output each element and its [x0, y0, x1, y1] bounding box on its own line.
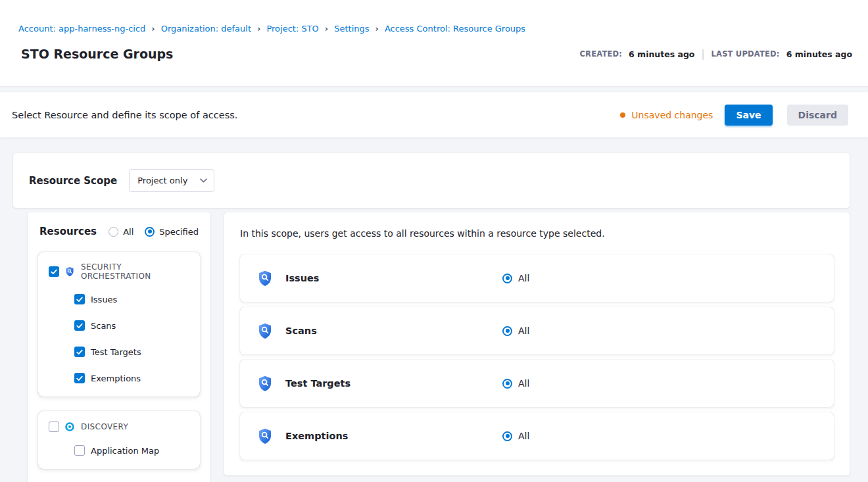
access-scope-option[interactable]: All [502, 273, 529, 283]
access-panel-description: In this scope, users get access to all r… [240, 228, 834, 239]
resource-scope-dropdown[interactable]: Project only [129, 169, 214, 192]
access-panel: In this scope, users get access to all r… [224, 212, 850, 475]
content-area: Resource Scope Project only Resources Al… [0, 137, 868, 482]
radio-option-all-label: All [123, 227, 133, 237]
resource-scope-title: Resource Scope [29, 175, 117, 187]
breadcrumb-settings[interactable]: Settings [334, 24, 369, 34]
chevron-right-icon: › [257, 24, 260, 34]
created-value: 6 minutes ago [629, 49, 694, 59]
access-scope-option[interactable]: All [502, 378, 529, 389]
radio-option-specified[interactable]: Specified [145, 227, 199, 237]
chevron-right-icon: › [325, 24, 328, 34]
resource-item-label: Scans [91, 321, 116, 331]
unsaved-changes-indicator: Unsaved changes [620, 110, 713, 120]
access-row-scans: Scans All [240, 307, 834, 354]
access-row-label: Exemptions [285, 431, 502, 441]
access-row-label: Issues [285, 273, 502, 283]
chevron-right-icon: › [375, 24, 379, 34]
meta-divider: | [701, 48, 704, 60]
radio-icon[interactable] [502, 379, 512, 389]
resource-item-test-targets: Test Targets [47, 339, 191, 365]
resource-item-issues: Issues [47, 286, 191, 312]
resource-scope-card: Resource Scope Project only [13, 153, 850, 208]
breadcrumb-resource-groups[interactable]: Access Control: Resource Groups [385, 24, 525, 34]
chevron-right-icon: › [151, 24, 155, 34]
radio-icon[interactable] [502, 326, 512, 336]
resources-title: Resources [39, 226, 97, 237]
scans-checkbox[interactable] [74, 320, 85, 331]
unsaved-dot-icon [620, 112, 625, 118]
breadcrumb: Account: app-harness-ng-cicd › Organizat… [18, 24, 852, 34]
resource-scope-dropdown-value: Project only [137, 176, 187, 185]
resource-group-discovery: DISCOVERY Application Map [38, 411, 200, 469]
discovery-target-icon [64, 422, 75, 432]
access-scope-label: All [518, 273, 529, 283]
resource-item-application-map: Application Map [47, 437, 191, 464]
check-icon [76, 375, 83, 381]
check-icon [76, 297, 83, 302]
resource-group-security-orchestration: SECURITY ORCHESTRATION Issues Scans [38, 252, 200, 397]
resource-item-label: Test Targets [91, 347, 141, 357]
access-row-test-targets: Test Targets All [240, 360, 834, 407]
resources-panel: Resources All Specified [28, 212, 210, 482]
check-icon [51, 269, 57, 275]
access-scope-option[interactable]: All [502, 431, 529, 441]
page-header: Account: app-harness-ng-cicd › Organizat… [0, 0, 868, 86]
application-map-checkbox[interactable] [74, 445, 85, 456]
save-button[interactable]: Save [725, 105, 772, 126]
resource-item-exemptions: Exemptions [47, 365, 191, 391]
toolbar-description: Select Resource and define its scope of … [12, 110, 237, 120]
test-targets-checkbox[interactable] [74, 347, 85, 357]
group-label: SECURITY ORCHESTRATION [81, 262, 189, 281]
sto-shield-icon [256, 375, 274, 392]
radio-icon[interactable] [502, 274, 512, 283]
radio-icon[interactable] [145, 227, 155, 237]
toolbar: Select Resource and define its scope of … [0, 92, 868, 137]
access-row-label: Test Targets [285, 378, 502, 389]
radio-option-all[interactable]: All [108, 227, 133, 237]
sto-shield-icon [256, 270, 274, 287]
header-meta: CREATED: 6 minutes ago | LAST UPDATED: 6… [579, 48, 852, 60]
sto-shield-icon [64, 266, 75, 277]
access-row-issues: Issues All [240, 254, 834, 302]
sto-shield-icon [256, 427, 274, 445]
last-updated-label: LAST UPDATED: [711, 49, 780, 59]
check-icon [76, 349, 83, 355]
access-row-label: Scans [285, 325, 502, 336]
last-updated-value: 6 minutes ago [786, 49, 852, 59]
access-scope-option[interactable]: All [502, 325, 529, 336]
breadcrumb-organization[interactable]: Organization: default [161, 24, 251, 34]
breadcrumb-account[interactable]: Account: app-harness-ng-cicd [18, 24, 145, 34]
sto-shield-icon [256, 322, 274, 339]
exemptions-checkbox[interactable] [74, 373, 85, 383]
resource-item-label: Application Map [91, 446, 159, 456]
access-scope-label: All [518, 378, 529, 389]
radio-option-specified-label: Specified [159, 227, 199, 237]
access-scope-label: All [518, 431, 529, 441]
security-orchestration-checkbox[interactable] [49, 266, 59, 277]
chevron-down-icon [200, 178, 207, 183]
unsaved-changes-label: Unsaved changes [631, 110, 713, 120]
resources-filter-radio-group: All Specified [108, 227, 199, 237]
page-title: STO Resource Groups [21, 47, 173, 61]
check-icon [76, 323, 83, 329]
radio-icon[interactable] [502, 431, 512, 441]
access-scope-label: All [518, 325, 529, 336]
issues-checkbox[interactable] [74, 294, 85, 304]
resource-item-label: Exemptions [91, 374, 141, 383]
group-label: DISCOVERY [81, 422, 128, 431]
radio-icon[interactable] [108, 227, 118, 237]
resource-item-label: Issues [91, 295, 117, 304]
discovery-checkbox[interactable] [49, 422, 59, 432]
breadcrumb-project[interactable]: Project: STO [266, 24, 318, 34]
created-label: CREATED: [579, 49, 622, 59]
access-row-exemptions: Exemptions All [240, 412, 834, 460]
discard-button[interactable]: Discard [787, 105, 848, 126]
resource-item-scans: Scans [47, 312, 191, 339]
